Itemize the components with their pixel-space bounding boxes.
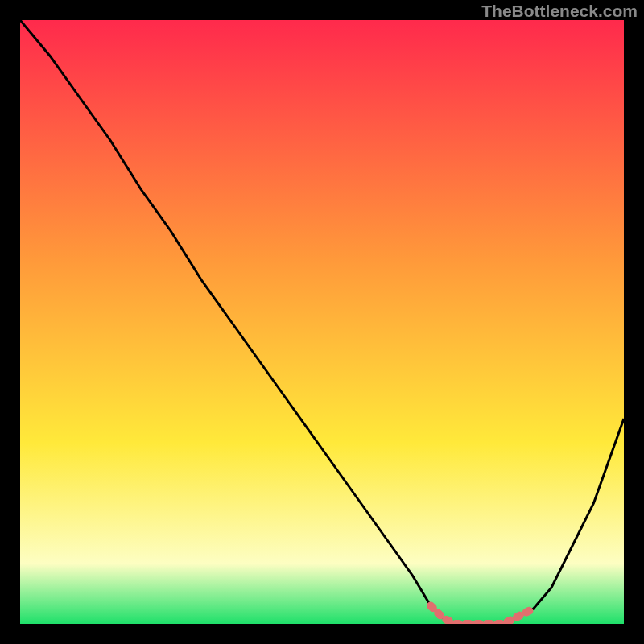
attribution-text: TheBottleneck.com [481, 2, 638, 21]
chart-container: TheBottleneck.com [0, 0, 644, 644]
curve-layer [20, 20, 624, 624]
bottleneck-curve [20, 20, 624, 624]
plot-area [20, 20, 624, 624]
optimal-range-highlight [431, 606, 534, 625]
